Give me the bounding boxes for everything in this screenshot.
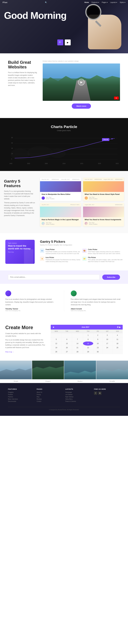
nav-styles[interactable]: Styles ▾ (120, 2, 125, 3)
cal-cell[interactable] (112, 350, 122, 354)
subscribe-button[interactable]: Subscribe (102, 274, 120, 280)
theme-simple-img (0, 360, 32, 379)
linkedin-icon[interactable]: in (98, 392, 102, 395)
footer-link[interactable]: Reviews (37, 398, 63, 400)
cal-cell[interactable]: 21 (72, 346, 83, 350)
hero-play-button[interactable]: ▶ (65, 40, 71, 45)
cal-cell[interactable]: 10 (102, 337, 112, 342)
cal-cell[interactable]: 11 (112, 337, 122, 342)
food-picker-icon: 🍽 (40, 248, 44, 253)
cal-cell[interactable]: 2 (93, 333, 102, 337)
create-desc1: Create the perfect website for your need… (5, 332, 45, 338)
theme-modern[interactable]: Modern (64, 360, 96, 383)
food-picker-name: Food Picker (46, 248, 80, 250)
nav-layouts[interactable]: Layouts ▾ (110, 2, 117, 3)
cal-cell[interactable] (72, 333, 83, 337)
cal-cell[interactable]: 24 (102, 346, 112, 350)
footer-layouts-heading: LAYOUTS (65, 388, 91, 390)
hero-search-button[interactable]: 🔍 (57, 40, 63, 45)
calendar-table: MON TUE WED THU FRI SAT SUN 1 2 3 4 (51, 330, 123, 354)
picker-color: 🎨 Color Picker Color Picker makes choosi… (82, 248, 123, 254)
footer-link[interactable]: Sticky Menu (65, 398, 91, 400)
video-play-button[interactable]: ▶ (78, 79, 85, 86)
cal-cell[interactable]: 13 (62, 342, 72, 346)
icon-picker-name: Icon Picker (46, 256, 80, 258)
theme-elegant[interactable]: Elegant (32, 360, 64, 383)
facebook-icon[interactable]: f (94, 392, 97, 395)
cal-cell[interactable]: 22 (83, 346, 93, 350)
footer-link[interactable]: Right Sidebar (65, 396, 91, 398)
cal-cell[interactable]: 17 (102, 342, 112, 346)
footer-link[interactable]: Homepage (65, 392, 91, 393)
gantry-card-3: July 8th, 2017 PRODUCT INFO How to Perfo… (40, 203, 81, 226)
cal-cell[interactable]: 30 (93, 350, 102, 354)
cal-cell[interactable]: 23 (93, 346, 102, 350)
pickers-grid: 🍽 Food Picker Food Picker enables you to… (40, 248, 123, 262)
card-header-4: August 29th, 2017 WEBDESIGN (83, 203, 124, 206)
nav-pages[interactable]: Pages ▾ (102, 2, 108, 3)
watch-more-button[interactable]: Watch more (72, 104, 91, 109)
cal-cell[interactable]: 12 (51, 342, 62, 346)
cal-cell[interactable]: 1 (83, 333, 93, 337)
footer-link[interactable]: Portfolio (8, 394, 34, 395)
theme-simple[interactable]: Simple (0, 360, 32, 383)
footer-link[interactable]: Peace & Columns (65, 400, 91, 402)
cal-cell[interactable]: 9 (93, 337, 102, 342)
theme-versatile[interactable]: Versatile (96, 360, 128, 383)
cal-cell[interactable] (51, 333, 62, 337)
cal-cell[interactable]: 27 (62, 350, 72, 354)
cal-cell[interactable]: 7 (72, 337, 83, 342)
nav-features[interactable]: Features ▾ (92, 2, 99, 3)
nav-home[interactable]: Home (84, 2, 89, 3)
cal-cell[interactable]: 25 (112, 346, 122, 350)
cal-cell[interactable] (102, 350, 112, 354)
footer-link[interactable]: Particles (8, 396, 34, 398)
chart-tooltip[interactable]: View All (102, 138, 109, 141)
footer-link[interactable]: Music Interviews (8, 398, 34, 400)
cal-cell[interactable]: 3 (102, 333, 112, 337)
cal-cell[interactable]: 18 (112, 342, 122, 346)
video-label: Embed videos that live natively in your … (43, 60, 120, 62)
cal-cell[interactable]: 16 (93, 342, 102, 346)
cal-cell[interactable]: 6 (62, 337, 72, 342)
create-link[interactable]: Pick it Up → (5, 351, 14, 353)
cal-cell[interactable]: 14 (72, 342, 83, 346)
footer-link[interactable]: Left Sidebar (65, 394, 91, 395)
search-icon[interactable]: 🔍 (45, 2, 47, 4)
footer-link[interactable]: Pricing (37, 394, 63, 395)
footer-social-heading: FIND US HERE (94, 388, 120, 390)
testimonial-text-1: Flux is an excellent choice for photogra… (5, 298, 57, 306)
article-card[interactable]: Taylor Jackson How to travel the world w… (5, 240, 35, 264)
footer-link[interactable]: About Us (37, 392, 63, 393)
footer-link[interactable]: Disconnected (8, 400, 34, 402)
hero-illustration (81, 4, 121, 49)
footer-grid: FEATURES Dragging Portfolio Particles Mu… (8, 388, 120, 403)
cal-cell[interactable]: 5 (51, 337, 62, 342)
cal-cell[interactable]: 8 (83, 337, 93, 342)
youtube-icon[interactable]: ▶ (114, 96, 119, 100)
chart-dates: 1400 2000 2005 2010 2015 2020 2022 (8, 163, 120, 164)
card-body-3: How to Perform Magic in the Layout Manag… (40, 217, 81, 226)
color-picker-name: Color Picker (88, 248, 123, 250)
phone-illustration (24, 249, 33, 264)
card-img-4 (83, 206, 124, 217)
gantry-heading: Gantry 5Features (4, 179, 36, 188)
cal-cell[interactable]: 19 (51, 346, 62, 350)
footer-link[interactable]: Blog (37, 396, 63, 398)
cal-cell[interactable] (62, 333, 72, 337)
cal-cell-today[interactable]: 15 (83, 342, 93, 346)
article-category: Taylor Jackson (8, 242, 32, 244)
cal-cell[interactable]: 29 (83, 350, 93, 354)
gantry-desc2: Themes powered by Gantry 5 come with an … (4, 202, 36, 217)
cal-cell[interactable]: 26 (51, 350, 62, 354)
svg-point-2 (50, 148, 66, 158)
card-img-1 (40, 181, 81, 192)
testimonial-avatar-2 (71, 290, 77, 296)
cal-cell[interactable]: 4 (112, 333, 122, 337)
email-input[interactable] (8, 274, 100, 280)
footer-link[interactable]: Dragging (8, 392, 34, 393)
cal-cell[interactable]: 28 (72, 350, 83, 354)
footer-link[interactable]: Contact (37, 400, 63, 402)
cal-cell[interactable]: 20 (62, 346, 72, 350)
calendar-gear[interactable]: ⚙ ▶ (117, 326, 121, 328)
